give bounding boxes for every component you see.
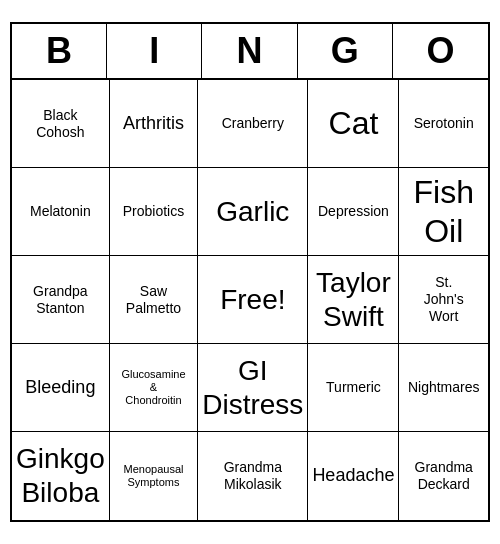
- cell-text: Melatonin: [30, 203, 91, 220]
- bingo-cell[interactable]: Ginkgo Biloba: [12, 432, 110, 520]
- cell-text: Arthritis: [123, 113, 184, 135]
- header-letter: O: [393, 24, 488, 78]
- bingo-cell[interactable]: Glucosamine & Chondroitin: [110, 344, 199, 432]
- cell-text: St. John's Wort: [424, 274, 464, 324]
- cell-text: Glucosamine & Chondroitin: [121, 368, 185, 408]
- header-letter: G: [298, 24, 393, 78]
- cell-text: Fish Oil: [414, 173, 474, 250]
- bingo-header: BINGO: [12, 24, 488, 80]
- bingo-cell[interactable]: Menopausal Symptoms: [110, 432, 199, 520]
- bingo-cell[interactable]: Grandma Mikolasik: [198, 432, 308, 520]
- bingo-cell[interactable]: Fish Oil: [399, 168, 488, 256]
- cell-text: Probiotics: [123, 203, 184, 220]
- bingo-cell[interactable]: Garlic: [198, 168, 308, 256]
- cell-text: Turmeric: [326, 379, 381, 396]
- bingo-cell[interactable]: GI Distress: [198, 344, 308, 432]
- cell-text: Grandma Deckard: [415, 459, 473, 493]
- cell-text: Cranberry: [222, 115, 284, 132]
- bingo-cell[interactable]: Melatonin: [12, 168, 110, 256]
- bingo-cell[interactable]: Nightmares: [399, 344, 488, 432]
- header-letter: N: [202, 24, 297, 78]
- cell-text: Grandpa Stanton: [33, 283, 87, 317]
- cell-text: Saw Palmetto: [126, 283, 181, 317]
- cell-text: Free!: [220, 283, 285, 317]
- cell-text: Grandma Mikolasik: [224, 459, 282, 493]
- cell-text: Taylor Swift: [316, 266, 391, 333]
- bingo-cell[interactable]: Saw Palmetto: [110, 256, 199, 344]
- bingo-cell[interactable]: Serotonin: [399, 80, 488, 168]
- cell-text: Depression: [318, 203, 389, 220]
- cell-text: Garlic: [216, 195, 289, 229]
- bingo-cell[interactable]: Bleeding: [12, 344, 110, 432]
- cell-text: Headache: [312, 465, 394, 487]
- bingo-cell[interactable]: Taylor Swift: [308, 256, 399, 344]
- cell-text: Black Cohosh: [36, 107, 84, 141]
- bingo-cell[interactable]: Cranberry: [198, 80, 308, 168]
- header-letter: B: [12, 24, 107, 78]
- bingo-cell[interactable]: Probiotics: [110, 168, 199, 256]
- bingo-cell[interactable]: Grandma Deckard: [399, 432, 488, 520]
- cell-text: Cat: [329, 104, 379, 142]
- bingo-cell[interactable]: Grandpa Stanton: [12, 256, 110, 344]
- bingo-cell[interactable]: Headache: [308, 432, 399, 520]
- cell-text: Menopausal Symptoms: [124, 463, 184, 489]
- cell-text: Serotonin: [414, 115, 474, 132]
- bingo-cell[interactable]: Black Cohosh: [12, 80, 110, 168]
- cell-text: Ginkgo Biloba: [16, 442, 105, 509]
- bingo-cell[interactable]: Cat: [308, 80, 399, 168]
- bingo-cell[interactable]: Free!: [198, 256, 308, 344]
- bingo-cell[interactable]: Turmeric: [308, 344, 399, 432]
- bingo-cell[interactable]: St. John's Wort: [399, 256, 488, 344]
- bingo-cell[interactable]: Depression: [308, 168, 399, 256]
- bingo-card: BINGO Black CohoshArthritisCranberryCatS…: [10, 22, 490, 522]
- cell-text: Nightmares: [408, 379, 480, 396]
- header-letter: I: [107, 24, 202, 78]
- bingo-cell[interactable]: Arthritis: [110, 80, 199, 168]
- cell-text: GI Distress: [202, 354, 303, 421]
- cell-text: Bleeding: [25, 377, 95, 399]
- bingo-grid: Black CohoshArthritisCranberryCatSeroton…: [12, 80, 488, 520]
